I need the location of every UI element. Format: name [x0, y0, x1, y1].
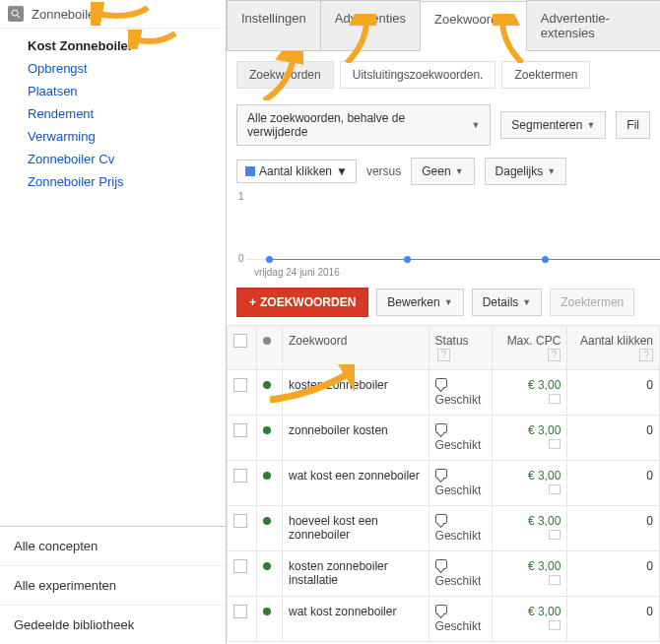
help-icon[interactable]: ?	[639, 349, 653, 361]
chevron-down-icon: ▼	[522, 297, 531, 307]
filter-button[interactable]: Fil	[616, 111, 650, 139]
row-checkbox[interactable]	[233, 559, 247, 573]
row-checkbox[interactable]	[233, 423, 247, 437]
cell-clicks: 0	[567, 461, 660, 506]
row-checkbox[interactable]	[233, 605, 247, 618]
chevron-down-icon: ▼	[471, 120, 480, 130]
cell-cpc: € 3,00	[493, 416, 567, 461]
nav-list: Kost Zonneboiler Opbrengst Plaatsen Rend…	[0, 29, 226, 526]
cell-keyword[interactable]: wat kost een zonneboiler	[283, 461, 429, 506]
cell-status: Geschikt	[429, 597, 493, 642]
search-icon	[8, 6, 24, 22]
main-content: Instellingen Advertenties Zoekwoorden Ad…	[227, 0, 660, 644]
chart-dot	[542, 256, 549, 263]
cell-keyword[interactable]: hoeveel kost een zonneboiler	[283, 506, 429, 551]
table-row: kosten zonneboiler installatieGeschikt€ …	[228, 551, 660, 597]
segment-dropdown[interactable]: Segmenteren ▼	[500, 111, 606, 139]
details-dropdown[interactable]: Details ▼	[472, 289, 543, 316]
toolbar-metric-row: Aantal klikken ▼ versus Geen ▼ Dagelijks…	[227, 152, 660, 191]
chat-icon	[435, 423, 447, 433]
period-label: Dagelijks	[495, 164, 544, 178]
chart-date: vrijdag 24 juni 2016	[254, 267, 340, 278]
nav-item-verwarming[interactable]: Verwarming	[28, 125, 226, 148]
cell-keyword[interactable]: kosten zonneboiler	[283, 370, 429, 416]
sidebar-bottom: Alle concepten Alle experimenten Gedeeld…	[0, 526, 226, 644]
nav-item-zonneboiler-cv[interactable]: Zonneboiler Cv	[28, 148, 226, 170]
sidebar-link-experimenten[interactable]: Alle experimenten	[0, 565, 226, 605]
cpc-sub-icon	[549, 620, 561, 630]
th-keyword[interactable]: Zoekwoord	[283, 326, 429, 370]
help-icon[interactable]: ?	[437, 349, 451, 361]
legend-color-icon	[245, 166, 255, 176]
cell-status: Geschikt	[429, 370, 493, 416]
th-status[interactable]: Status ?	[429, 326, 493, 370]
table-row: zonneboiler kostenGeschikt€ 3,000	[228, 416, 660, 461]
nav-item-opbrengst[interactable]: Opbrengst	[28, 57, 226, 80]
nav-item-rendement[interactable]: Rendement	[28, 102, 226, 125]
nav-item-plaatsen[interactable]: Plaatsen	[28, 80, 226, 102]
tab-instellingen[interactable]: Instellingen	[227, 0, 321, 50]
chart-y0: 0	[238, 253, 244, 264]
sidebar-link-bibliotheek[interactable]: Gedeelde bibliotheek	[0, 605, 226, 644]
chevron-down-icon: ▼	[455, 166, 464, 176]
th-cpc[interactable]: Max. CPC ?	[493, 326, 567, 370]
status-dot-icon	[263, 608, 271, 615]
period-dropdown[interactable]: Dagelijks ▼	[485, 158, 567, 185]
chat-icon	[435, 605, 447, 614]
cell-cpc: € 3,00	[493, 597, 567, 642]
terms-button[interactable]: Zoektermen	[550, 289, 634, 316]
details-label: Details	[483, 295, 519, 309]
cell-status: Geschikt	[429, 551, 493, 597]
main-tabs: Instellingen Advertenties Zoekwoorden Ad…	[227, 0, 660, 51]
nav-item-zonneboiler-prijs[interactable]: Zonneboiler Prijs	[28, 170, 226, 193]
help-icon[interactable]: ?	[548, 349, 561, 361]
cpc-sub-icon	[549, 484, 561, 494]
cpc-sub-icon	[549, 530, 561, 540]
filter-dropdown[interactable]: Alle zoekwoorden, behalve de verwijderde…	[236, 104, 491, 146]
status-dot-icon	[263, 337, 271, 345]
chart-dot	[266, 256, 273, 263]
tab-zoekwoorden[interactable]: Zoekwoorden	[420, 1, 527, 51]
edit-dropdown[interactable]: Bewerken ▼	[376, 289, 463, 316]
toolbar-filter-row: Alle zoekwoorden, behalve de verwijderde…	[227, 98, 660, 152]
cell-keyword[interactable]: kosten zonneboiler installatie	[283, 551, 429, 597]
cell-status: Geschikt	[429, 416, 493, 461]
cell-cpc: € 3,00	[493, 370, 567, 416]
nav-item-kost-zonneboiler[interactable]: Kost Zonneboiler	[28, 34, 226, 57]
th-clicks[interactable]: Aantal klikken ?	[567, 326, 660, 370]
table-row: wat kost zonneboilerGeschikt€ 3,000	[228, 597, 660, 642]
cell-clicks: 0	[567, 370, 660, 416]
subtab-uitsluiting[interactable]: Uitsluitingszoekwoorden.	[340, 61, 496, 89]
subtab-zoekwoorden[interactable]: Zoekwoorden	[236, 61, 334, 89]
status-dot-icon	[263, 426, 271, 434]
cell-clicks: 0	[567, 551, 660, 597]
select-all-checkbox[interactable]	[233, 334, 247, 348]
tab-advertentie-extensies[interactable]: Advertentie-extensies	[526, 0, 660, 50]
cell-cpc: € 3,00	[493, 461, 567, 506]
cell-clicks: 0	[567, 416, 660, 461]
subtab-zoektermen[interactable]: Zoektermen	[501, 61, 590, 89]
sidebar-link-concepten[interactable]: Alle concepten	[0, 527, 226, 565]
sidebar-search[interactable]: Zonneboiler	[0, 0, 226, 29]
row-checkbox[interactable]	[233, 469, 247, 483]
status-dot-icon	[263, 472, 271, 480]
edit-label: Bewerken	[387, 295, 439, 309]
cpc-sub-icon	[549, 575, 561, 585]
chevron-down-icon: ▼	[444, 297, 453, 307]
compare-dropdown[interactable]: Geen ▼	[411, 158, 474, 185]
cell-keyword[interactable]: wat kost zonneboiler	[283, 597, 429, 642]
plus-icon: +	[249, 295, 256, 309]
action-row: + ZOEKWOORDEN Bewerken ▼ Details ▼ Zoekt…	[227, 280, 660, 325]
tab-advertenties[interactable]: Advertenties	[320, 0, 421, 50]
sidebar: Zonneboiler Kost Zonneboiler Opbrengst P…	[0, 0, 227, 644]
chevron-down-icon: ▼	[336, 164, 348, 178]
status-dot-icon	[263, 517, 271, 525]
chat-icon	[435, 469, 447, 479]
chevron-down-icon: ▼	[586, 120, 595, 130]
row-checkbox[interactable]	[233, 514, 247, 528]
metric-dropdown[interactable]: Aantal klikken ▼	[236, 160, 357, 183]
row-checkbox[interactable]	[233, 378, 247, 392]
cell-keyword[interactable]: zonneboiler kosten	[283, 416, 429, 461]
table-row: wat kost een zonneboilerGeschikt€ 3,000	[228, 461, 660, 506]
add-keyword-button[interactable]: + ZOEKWOORDEN	[236, 288, 368, 317]
